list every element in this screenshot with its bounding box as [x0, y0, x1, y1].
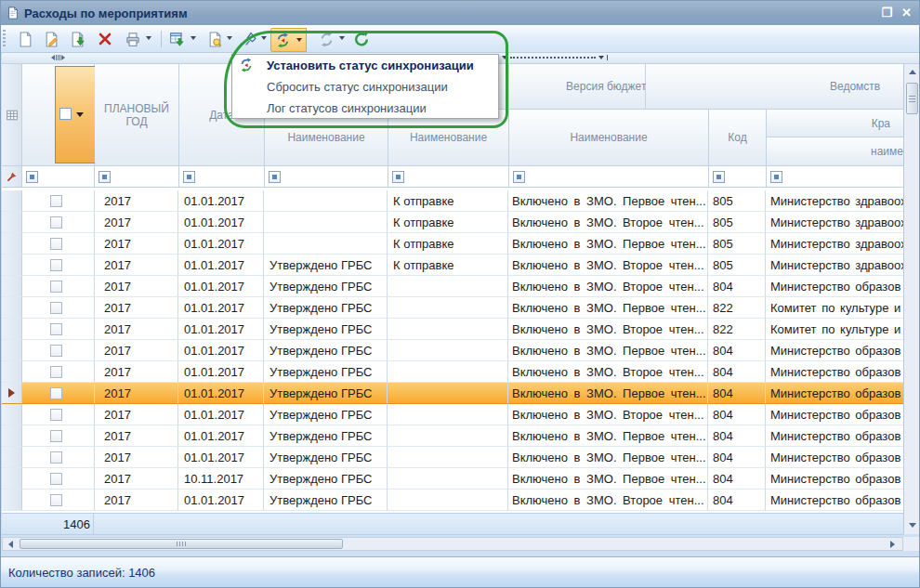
filter-button-icon[interactable]	[269, 171, 281, 183]
group-header-vedomstvo[interactable]: Ведомств	[646, 64, 903, 110]
cell-dept[interactable]: Министерство образов	[766, 340, 903, 361]
table-row[interactable]: 201701.01.2017Утверждено ГРБСВключено в …	[2, 383, 903, 404]
row-checkbox-icon[interactable]	[50, 387, 62, 399]
cell-date[interactable]: 01.01.2017	[178, 276, 264, 297]
column-header-ved-short-1[interactable]: Кра	[767, 110, 903, 137]
cell-dept[interactable]: Министерство образов	[766, 425, 903, 447]
grid-corner-cell[interactable]	[2, 64, 22, 166]
cell-year[interactable]: 2017	[95, 404, 178, 425]
cell-year[interactable]: 2017	[95, 447, 178, 468]
cell-dept[interactable]: Комитет по культуре и	[766, 297, 903, 319]
cell-code[interactable]: 805	[708, 255, 766, 276]
cell-send[interactable]: К отправке	[388, 212, 508, 233]
filter-cell-send[interactable]	[388, 166, 509, 188]
row-select-cell[interactable]	[22, 255, 95, 276]
row-select-cell[interactable]	[22, 361, 95, 383]
menu-item-reset-sync-status[interactable]: Сбросить статус синхронизации	[232, 76, 498, 98]
filter-button-icon[interactable]	[713, 171, 725, 183]
scroll-left-button[interactable]	[4, 539, 18, 549]
cell-send[interactable]: К отправке	[388, 190, 508, 212]
cell-date[interactable]: 01.01.2017	[178, 383, 264, 404]
row-select-cell[interactable]	[22, 297, 95, 319]
filter-cell-date[interactable]	[179, 166, 265, 188]
filter-pin-cell[interactable]	[2, 166, 22, 188]
cell-date[interactable]: 01.01.2017	[178, 447, 264, 468]
scroll-right-button[interactable]	[886, 539, 900, 549]
cell-year[interactable]: 2017	[95, 361, 178, 383]
table-row[interactable]: 201701.01.2017Утверждено ГРБСВключено в …	[2, 340, 903, 361]
row-checkbox-icon[interactable]	[50, 430, 62, 442]
cell-date[interactable]: 01.01.2017	[178, 404, 264, 425]
cell-year[interactable]: 2017	[95, 340, 178, 361]
cell-budget[interactable]: Включено в ЗМО. Второе чтен...	[508, 319, 708, 340]
cell-budget[interactable]: Включено в ЗМО. Первое чтен...	[508, 233, 708, 255]
cell-send[interactable]: К отправке	[388, 255, 508, 276]
sync-status-button[interactable]	[270, 28, 295, 52]
cell-year[interactable]: 2017	[95, 383, 178, 404]
print-button[interactable]	[122, 28, 144, 50]
cell-status[interactable]: Утверждено ГРБС	[264, 361, 388, 383]
splitter-grip-icon[interactable]	[51, 55, 65, 60]
band-splitter-icon[interactable]	[502, 55, 608, 60]
row-select-cell[interactable]	[22, 319, 95, 340]
cell-send[interactable]	[388, 340, 508, 361]
cell-send[interactable]	[388, 490, 508, 511]
filter-cell-code[interactable]	[709, 166, 767, 188]
horizontal-scrollbar[interactable]	[2, 537, 903, 551]
cell-send[interactable]	[388, 297, 508, 319]
scroll-down-button[interactable]	[905, 518, 919, 532]
cell-send[interactable]	[388, 468, 508, 490]
pin-button[interactable]	[239, 28, 261, 50]
horizontal-scrollbar-thumb[interactable]	[20, 539, 343, 549]
cell-dept[interactable]: Министерство образов	[766, 404, 903, 425]
cell-year[interactable]: 2017	[95, 233, 178, 255]
table-row[interactable]: 201701.01.2017Утверждено ГРБСВключено в …	[2, 276, 903, 297]
cell-year[interactable]: 2017	[95, 319, 178, 340]
cell-status[interactable]: Утверждено ГРБС	[264, 297, 388, 319]
cell-code[interactable]: 804	[708, 340, 766, 361]
table-row[interactable]: 201701.01.2017Утверждено ГРБСВключено в …	[2, 297, 903, 319]
cell-code[interactable]: 822	[708, 319, 766, 340]
cell-code[interactable]: 804	[708, 361, 766, 383]
row-checkbox-icon[interactable]	[50, 259, 62, 271]
refresh-button[interactable]	[350, 28, 373, 50]
cell-year[interactable]: 2017	[95, 468, 178, 490]
row-select-cell[interactable]	[22, 404, 95, 425]
cell-date[interactable]: 01.01.2017	[178, 190, 264, 212]
row-checkbox-icon[interactable]	[50, 216, 62, 229]
cell-status[interactable]: Утверждено ГРБС	[264, 276, 388, 297]
cell-date[interactable]: 01.01.2017	[178, 212, 264, 233]
filter-cell-dept[interactable]	[767, 166, 903, 188]
cell-status[interactable]: Утверждено ГРБС	[264, 255, 388, 276]
cell-dept[interactable]: Министерство образов	[766, 361, 903, 383]
cell-status[interactable]	[264, 190, 388, 212]
group-header-budget-version[interactable]: Версия бюджета	[509, 64, 646, 110]
row-checkbox-icon[interactable]	[50, 473, 62, 485]
sync-alt-button[interactable]	[315, 28, 337, 50]
filter-button-icon[interactable]	[513, 171, 525, 183]
cell-code[interactable]: 805	[708, 212, 766, 233]
cell-year[interactable]: 2017	[95, 255, 178, 276]
close-button[interactable]: ✕	[901, 6, 912, 20]
cell-date[interactable]: 10.11.2017	[178, 468, 264, 490]
row-select-cell[interactable]	[22, 468, 95, 490]
cell-status[interactable]: Утверждено ГРБС	[264, 468, 388, 490]
cell-send[interactable]	[388, 425, 508, 447]
cell-dept[interactable]: Министерство образов	[766, 383, 903, 404]
export-dropdown-icon[interactable]	[191, 36, 196, 40]
row-checkbox-icon[interactable]	[50, 302, 62, 314]
cell-budget[interactable]: Включено в ЗМО. Первое чтен...	[508, 468, 708, 490]
cell-code[interactable]: 804	[708, 468, 766, 490]
row-select-cell[interactable]	[22, 190, 95, 212]
filter-button-icon[interactable]	[183, 171, 195, 183]
table-row[interactable]: 201710.11.2017Утверждено ГРБСВключено в …	[2, 468, 903, 490]
select-all-checkbox[interactable]	[59, 108, 72, 120]
print-dropdown-icon[interactable]	[146, 36, 151, 40]
edit-document-button[interactable]	[40, 28, 62, 50]
cell-code[interactable]: 804	[708, 490, 766, 511]
cell-dept[interactable]: Министерство здравоох	[766, 212, 903, 233]
cell-date[interactable]: 01.01.2017	[178, 297, 264, 319]
filter-cell-status[interactable]	[265, 166, 388, 188]
new-document-button[interactable]	[14, 28, 36, 50]
cell-dept[interactable]: Министерство здравоох	[766, 255, 903, 276]
